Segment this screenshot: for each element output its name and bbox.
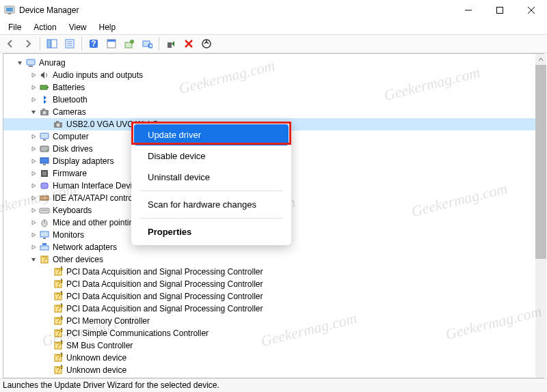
bluetooth-icon	[39, 94, 50, 105]
uninstall-button[interactable]	[163, 36, 178, 51]
svg-line-21	[152, 47, 152, 48]
firmware-icon	[39, 168, 50, 179]
caret-icon[interactable]	[29, 132, 38, 141]
camera-icon	[39, 107, 50, 117]
tree-category-label: Keyboards	[53, 206, 92, 215]
caret-icon[interactable]	[29, 96, 38, 104]
caret-icon[interactable]	[29, 219, 38, 227]
maximize-button[interactable]	[484, 0, 516, 20]
tree-device[interactable]: !? PCI Data Acquisition and Signal Proce…	[3, 303, 544, 315]
warning-icon: !?	[53, 316, 64, 326]
status-bar: Launches the Update Driver Wizard for th…	[0, 378, 547, 392]
warning-icon: !?	[53, 340, 64, 351]
tree-device[interactable]: !? Unknown device	[3, 352, 544, 364]
tree-category-label: Network adapters	[53, 242, 117, 252]
tree-device[interactable]: !? PCI Memory Controller	[3, 315, 544, 327]
caret-icon[interactable]	[16, 59, 24, 67]
tree-device-label: PCI Data Acquisition and Signal Processi…	[66, 304, 263, 313]
svg-rect-29	[47, 87, 49, 88]
svg-rect-40	[40, 158, 49, 163]
toolbar-separator	[81, 37, 82, 51]
back-button[interactable]	[3, 36, 18, 51]
tree-category[interactable]: Cameras	[3, 106, 544, 118]
svg-text:?: ?	[91, 39, 96, 48]
svg-text:!: !	[60, 291, 62, 297]
tree-device[interactable]: !? PCI Simple Communications Controller	[3, 327, 544, 339]
svg-point-18	[130, 40, 134, 44]
close-button[interactable]	[516, 0, 547, 20]
tree-category-label: Cameras	[53, 107, 86, 117]
tree-category[interactable]: Batteries	[3, 81, 544, 94]
svg-text:?: ?	[56, 292, 61, 301]
menu-help[interactable]: Help	[94, 21, 122, 33]
tree-device[interactable]: !? Unknown device	[3, 364, 544, 376]
disable-button[interactable]	[181, 36, 196, 51]
svg-rect-16	[107, 40, 116, 42]
svg-rect-43	[42, 171, 46, 176]
caret-spacer	[43, 292, 51, 300]
tree-category[interactable]: Bluetooth	[3, 94, 544, 106]
menu-view[interactable]: View	[64, 21, 92, 33]
caret-icon[interactable]	[29, 108, 38, 116]
tree-root[interactable]: Anurag	[3, 57, 544, 69]
vertical-scrollbar[interactable]	[535, 54, 546, 378]
show-hide-tree-button[interactable]	[44, 36, 59, 51]
caret-icon[interactable]	[29, 194, 38, 202]
caret-icon[interactable]	[29, 243, 38, 251]
svg-rect-4	[497, 8, 503, 14]
update-driver-button[interactable]	[122, 36, 137, 51]
context-menu-item[interactable]: Scan for hardware changes	[134, 194, 289, 215]
window-title: Device Manager	[19, 5, 453, 15]
svg-rect-50	[40, 232, 49, 237]
tree-device[interactable]: !? SM Bus Controller	[3, 339, 544, 352]
svg-rect-1	[6, 8, 13, 12]
menu-file[interactable]: File	[3, 21, 27, 33]
context-menu-item[interactable]: Properties	[134, 221, 289, 242]
caret-icon[interactable]	[29, 83, 38, 92]
monitor-icon	[39, 229, 50, 240]
tree-device[interactable]: !? PCI Data Acquisition and Signal Proce…	[3, 278, 544, 290]
caret-icon[interactable]	[29, 71, 38, 79]
caret-icon[interactable]	[29, 157, 38, 165]
tree-device[interactable]: !? PCI Data Acquisition and Signal Proce…	[3, 290, 544, 303]
context-menu-item[interactable]: Disable device	[134, 145, 289, 167]
scan-hardware-button[interactable]	[139, 36, 155, 51]
svg-rect-7	[47, 40, 51, 48]
minimize-button[interactable]	[453, 0, 484, 20]
scrollbar-thumb[interactable]	[535, 65, 546, 259]
tree-category[interactable]: Audio inputs and outputs	[3, 69, 544, 81]
svg-text:!: !	[60, 328, 62, 334]
caret-icon[interactable]	[29, 182, 38, 190]
svg-text:?: ?	[56, 316, 61, 326]
caret-icon[interactable]	[29, 255, 38, 264]
camera-icon	[53, 119, 64, 130]
svg-rect-28	[40, 85, 47, 89]
menu-action[interactable]: Action	[28, 21, 62, 33]
context-menu-separator	[139, 191, 283, 191]
caret-icon[interactable]	[29, 169, 38, 178]
network-icon	[39, 242, 50, 253]
tree-device-label: PCI Data Acquisition and Signal Processi…	[66, 279, 263, 289]
scroll-up-arrow[interactable]	[535, 54, 546, 65]
tree-device-label: PCI Simple Communications Controller	[66, 328, 209, 338]
context-menu-item[interactable]: Update driver	[134, 124, 289, 145]
caret-icon[interactable]	[29, 206, 38, 214]
details-button[interactable]	[62, 36, 77, 51]
forward-button[interactable]	[21, 36, 36, 51]
tree-category[interactable]: ? Other devices	[3, 253, 544, 266]
toolbar: ?	[0, 34, 547, 53]
status-text: Launches the Update Driver Wizard for th…	[3, 380, 219, 390]
warning-icon: !?	[53, 291, 64, 302]
caret-icon[interactable]	[29, 231, 38, 239]
properties-button[interactable]	[104, 36, 119, 51]
context-menu: Update driverDisable deviceUninstall dev…	[131, 122, 291, 245]
hid-icon	[39, 180, 50, 191]
tree-device-label: Unknown device	[66, 353, 126, 363]
context-menu-item[interactable]: Uninstall device	[134, 167, 289, 188]
caret-spacer	[43, 305, 51, 313]
tree-device[interactable]: !? PCI Data Acquisition and Signal Proce…	[3, 266, 544, 278]
caret-icon[interactable]	[29, 145, 38, 153]
help-button[interactable]: ?	[86, 36, 101, 51]
add-hardware-button[interactable]	[199, 36, 214, 51]
svg-rect-32	[42, 109, 45, 110]
